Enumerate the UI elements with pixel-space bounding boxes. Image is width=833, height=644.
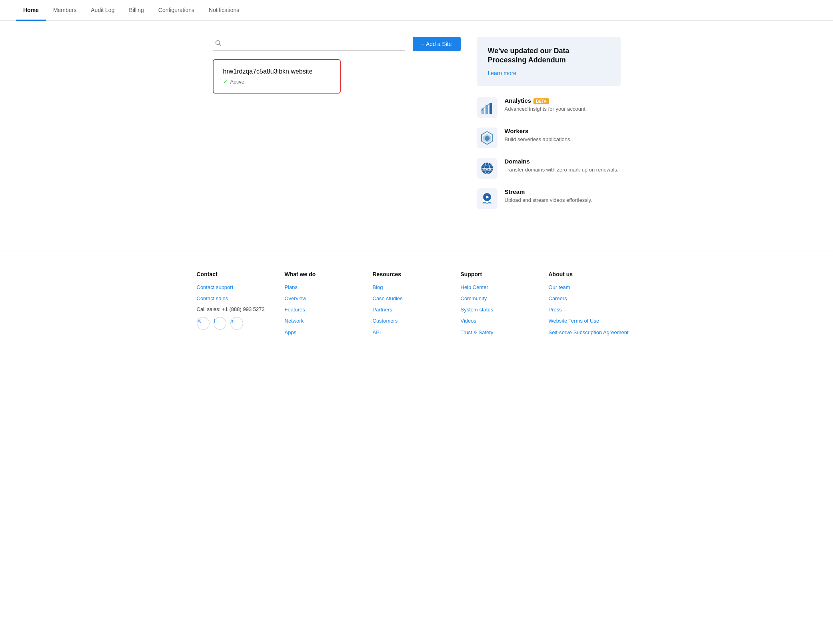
- footer-what-we-do: What we do Plans Overview Features Netwo…: [285, 271, 373, 340]
- dpa-learn-more-link[interactable]: Learn more: [488, 70, 517, 76]
- domains-info: Domains Transfer domains with zero mark-…: [505, 158, 619, 173]
- svg-line-1: [219, 44, 221, 46]
- analytics-title: Analytics: [505, 97, 531, 104]
- analytics-icon: [477, 97, 497, 118]
- workers-info: Workers Build serverless applications.: [505, 128, 572, 143]
- footer-website-terms[interactable]: Website Terms of Use: [549, 317, 637, 325]
- footer-about: About us Our team Careers Press Website …: [549, 271, 637, 340]
- svg-text:WWW: WWW: [483, 167, 491, 170]
- stream-title: Stream: [505, 188, 592, 195]
- site-status: ✓ Active: [223, 78, 330, 85]
- domains-description: Transfer domains with zero mark-up on re…: [505, 166, 619, 173]
- workers-title: Workers: [505, 128, 572, 134]
- domains-icon: WWW: [477, 158, 497, 179]
- footer-support-heading: Support: [461, 271, 549, 277]
- footer-contact-heading: Contact: [197, 271, 285, 277]
- workers-icon: [477, 128, 497, 148]
- footer-blog[interactable]: Blog: [373, 284, 461, 291]
- dpa-title: We've updated our Data Processing Addend…: [488, 46, 609, 65]
- footer-case-studies[interactable]: Case studies: [373, 295, 461, 302]
- footer-resources: Resources Blog Case studies Partners Cus…: [373, 271, 461, 340]
- tab-audit-log[interactable]: Audit Log: [84, 0, 122, 21]
- active-check-icon: ✓: [223, 78, 228, 85]
- stream-description: Upload and stream videos effortlessly.: [505, 197, 592, 204]
- footer-subscription-agreement[interactable]: Self-serve Subscription Agreement: [549, 329, 637, 336]
- footer-about-heading: About us: [549, 271, 637, 277]
- site-card[interactable]: hrw1rdzqa7c5a8u3ibkn.website ✓ Active: [213, 59, 341, 94]
- product-stream: Stream Upload and stream videos effortle…: [477, 188, 621, 209]
- footer-contact: Contact Contact support Contact sales Ca…: [197, 271, 285, 340]
- social-icons: 𝕏 f in: [197, 317, 285, 334]
- status-label: Active: [230, 79, 244, 85]
- footer-resources-heading: Resources: [373, 271, 461, 277]
- analytics-info: Analytics Beta Advanced insights for you…: [505, 97, 587, 113]
- footer-support: Support Help Center Community System sta…: [461, 271, 549, 340]
- svg-rect-5: [489, 103, 492, 114]
- footer-careers[interactable]: Careers: [549, 295, 637, 302]
- product-domains: WWW Domains Transfer domains with zero m…: [477, 158, 621, 179]
- footer-whatwedo-heading: What we do: [285, 271, 373, 277]
- search-wrapper: [213, 38, 405, 51]
- left-panel: + Add a Site hrw1rdzqa7c5a8u3ibkn.websit…: [213, 37, 461, 219]
- svg-rect-22: [488, 202, 491, 203]
- footer-partners[interactable]: Partners: [373, 306, 461, 313]
- svg-rect-24: [482, 203, 492, 204]
- dpa-box: We've updated our Data Processing Addend…: [477, 37, 621, 86]
- domains-title: Domains: [505, 158, 619, 165]
- footer-network[interactable]: Network: [285, 317, 373, 325]
- footer: Contact Contact support Contact sales Ca…: [0, 251, 833, 360]
- svg-rect-21: [483, 202, 486, 203]
- footer-api[interactable]: API: [373, 329, 461, 336]
- beta-badge: Beta: [533, 98, 549, 104]
- footer-contact-support[interactable]: Contact support: [197, 284, 285, 291]
- tab-home[interactable]: Home: [16, 0, 46, 21]
- analytics-description: Advanced insights for your account.: [505, 106, 587, 113]
- footer-our-team[interactable]: Our team: [549, 284, 637, 291]
- search-row: + Add a Site: [213, 37, 461, 51]
- footer-inner: Contact Contact support Contact sales Ca…: [197, 271, 637, 340]
- footer-apps[interactable]: Apps: [285, 329, 373, 336]
- footer-contact-sales[interactable]: Contact sales: [197, 295, 285, 302]
- footer-system-status[interactable]: System status: [461, 306, 549, 313]
- right-panel: We've updated our Data Processing Addend…: [477, 37, 621, 219]
- tab-billing[interactable]: Billing: [122, 0, 151, 21]
- footer-customers[interactable]: Customers: [373, 317, 461, 325]
- site-domain: hrw1rdzqa7c5a8u3ibkn.website: [223, 68, 330, 75]
- product-analytics: Analytics Beta Advanced insights for you…: [477, 97, 621, 118]
- stream-info: Stream Upload and stream videos effortle…: [505, 188, 592, 204]
- main-content: + Add a Site hrw1rdzqa7c5a8u3ibkn.websit…: [197, 21, 637, 219]
- tab-configurations[interactable]: Configurations: [151, 0, 202, 21]
- add-site-button[interactable]: + Add a Site: [413, 37, 461, 51]
- footer-help-center[interactable]: Help Center: [461, 284, 549, 291]
- top-navigation: Home Members Audit Log Billing Configura…: [0, 0, 833, 21]
- workers-description: Build serverless applications.: [505, 136, 572, 143]
- footer-phone: Call sales: +1 (888) 993 5273: [197, 306, 285, 312]
- footer-plans[interactable]: Plans: [285, 284, 373, 291]
- footer-features[interactable]: Features: [285, 306, 373, 313]
- tab-notifications[interactable]: Notifications: [202, 0, 246, 21]
- facebook-icon[interactable]: f: [214, 317, 226, 330]
- footer-community[interactable]: Community: [461, 295, 549, 302]
- twitter-icon[interactable]: 𝕏: [197, 317, 210, 330]
- footer-overview[interactable]: Overview: [285, 295, 373, 302]
- footer-press[interactable]: Press: [549, 306, 637, 313]
- stream-icon: [477, 188, 497, 209]
- footer-videos[interactable]: Videos: [461, 317, 549, 325]
- footer-trust-safety[interactable]: Trust & Safety: [461, 329, 549, 336]
- product-workers: Workers Build serverless applications.: [477, 128, 621, 148]
- linkedin-icon[interactable]: in: [230, 317, 243, 330]
- tab-members[interactable]: Members: [46, 0, 84, 21]
- search-input[interactable]: [213, 38, 405, 51]
- search-icon: [215, 40, 222, 48]
